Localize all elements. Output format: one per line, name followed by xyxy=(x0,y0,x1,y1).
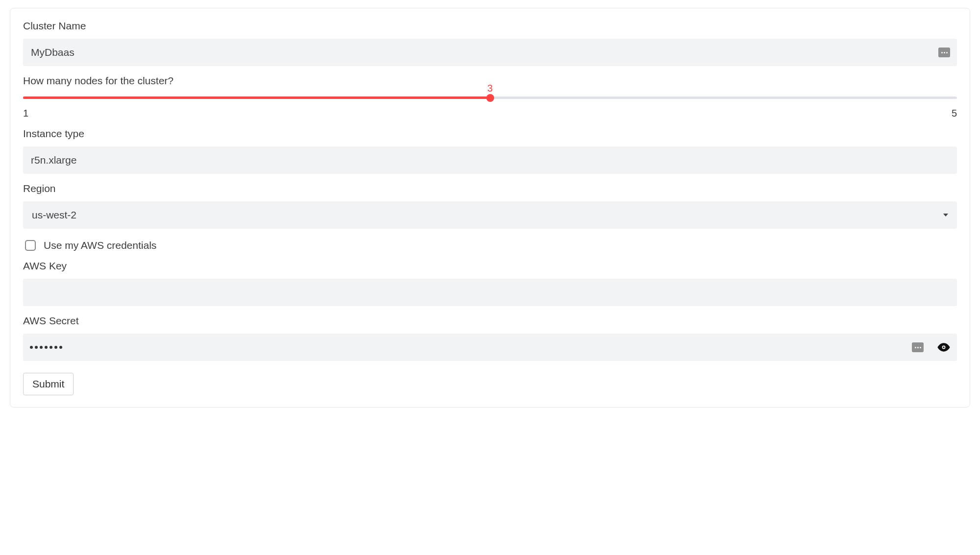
nodes-slider[interactable]: 3 1 5 xyxy=(23,97,957,119)
slider-thumb[interactable] xyxy=(486,94,494,102)
instance-type-input[interactable] xyxy=(30,146,950,174)
aws-key-label: AWS Key xyxy=(23,260,957,272)
aws-secret-input-wrap xyxy=(23,334,957,361)
aws-key-input-wrap xyxy=(23,279,957,306)
use-aws-creds-checkbox[interactable] xyxy=(25,240,36,251)
slider-fill xyxy=(23,97,490,99)
slider-range-labels: 1 5 xyxy=(23,108,957,119)
region-value: us-west-2 xyxy=(32,209,943,221)
slider-min: 1 xyxy=(23,108,28,119)
slider-max: 5 xyxy=(952,108,957,119)
cluster-name-input-wrap xyxy=(23,39,957,66)
cluster-name-label: Cluster Name xyxy=(23,20,957,32)
aws-secret-label: AWS Secret xyxy=(23,315,957,327)
cluster-form-panel: Cluster Name How many nodes for the clus… xyxy=(10,8,970,408)
caret-down-icon xyxy=(943,214,948,217)
slider-track[interactable]: 3 xyxy=(23,97,957,99)
svg-point-1 xyxy=(943,346,944,348)
use-aws-creds-row: Use my AWS credentials xyxy=(23,240,957,251)
instance-type-input-wrap xyxy=(23,146,957,174)
ellipsis-icon[interactable] xyxy=(912,342,924,352)
use-aws-creds-label: Use my AWS credentials xyxy=(44,240,156,251)
aws-key-input[interactable] xyxy=(30,279,950,306)
ellipsis-icon[interactable] xyxy=(938,48,950,57)
eye-icon[interactable] xyxy=(937,341,950,354)
slider-value-label: 3 xyxy=(487,83,493,94)
region-select[interactable]: us-west-2 xyxy=(23,201,957,229)
region-label: Region xyxy=(23,183,957,194)
aws-secret-input[interactable] xyxy=(30,346,905,349)
submit-button[interactable]: Submit xyxy=(23,373,74,395)
instance-type-label: Instance type xyxy=(23,128,957,140)
cluster-name-input[interactable] xyxy=(30,39,931,66)
